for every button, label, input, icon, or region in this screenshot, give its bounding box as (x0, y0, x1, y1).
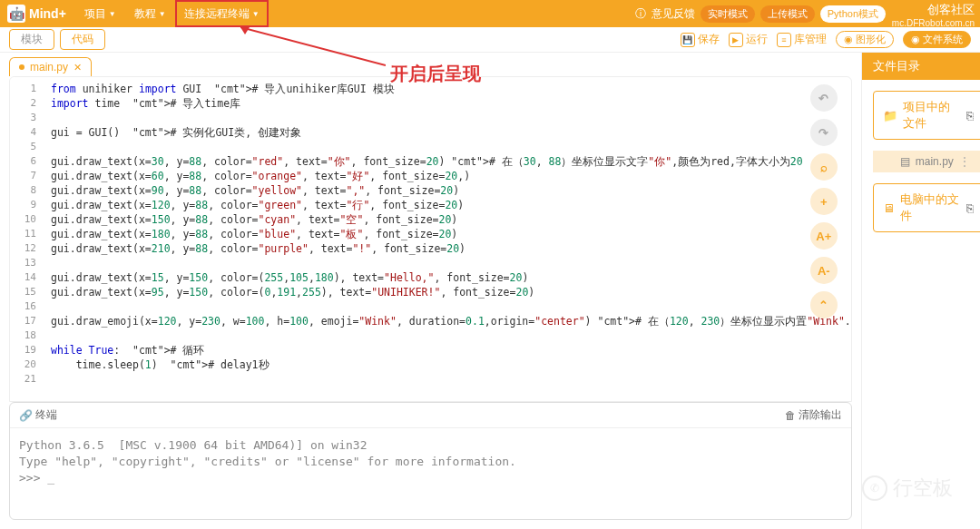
trash-icon: 🗑 (785, 409, 796, 422)
computer-files-section[interactable]: 🖥 电脑中的文件 ⎘≡ (873, 183, 980, 232)
new-file-icon[interactable]: ⎘ (966, 109, 974, 122)
project-files-section[interactable]: 📁 项目中的文件 ⎘≡ (873, 91, 980, 140)
file-tab-name: main.py (30, 61, 68, 73)
close-icon[interactable]: ✕ (74, 62, 82, 73)
file-tab-main[interactable]: main.py ✕ (9, 57, 92, 76)
file-icon: ▤ (900, 155, 910, 168)
left-panel: main.py ✕ 123456789101112131415161718192… (0, 53, 862, 529)
zoom-in-button[interactable]: + (810, 188, 838, 215)
line-gutter: 123456789101112131415161718192021 (10, 77, 42, 401)
svg-line-0 (240, 27, 386, 65)
logo: 🤖 Mind+ (7, 5, 66, 23)
code-content[interactable]: from unihiker import GUI "cmt"># 导入unihi… (42, 77, 851, 401)
graph-button[interactable]: ◉ 图形化 (836, 31, 894, 48)
file-dot-icon (19, 64, 24, 70)
feedback-icon: ⓘ (635, 6, 646, 22)
menu-project[interactable]: 项目▼ (75, 0, 125, 27)
font-inc-button[interactable]: A+ (810, 222, 838, 250)
upload-mode-button[interactable]: 上传模式 (760, 5, 815, 23)
svg-marker-1 (240, 27, 250, 34)
link-icon: 🔗 (19, 409, 33, 422)
collapse-button[interactable]: ⌃ (810, 291, 838, 318)
clear-output-button[interactable]: 🗑清除输出 (785, 407, 842, 423)
save-icon: 💾 (681, 33, 695, 47)
main: main.py ✕ 123456789101112131415161718192… (0, 53, 980, 529)
menu-tutorial[interactable]: 教程▼ (125, 0, 175, 27)
logo-icon: 🤖 (7, 5, 25, 23)
editor-side-buttons: ↶ ↷ ⌕ + A+ A- ⌃ (810, 84, 838, 318)
feedback-link[interactable]: 意见反馈 (652, 6, 695, 22)
wechat-icon: ✆ (862, 475, 887, 501)
font-dec-button[interactable]: A- (810, 257, 838, 284)
python-mode-button[interactable]: Python模式 (820, 5, 886, 23)
sidebar-header: 文件目录 ⟳ (862, 53, 980, 80)
logo-text: Mind+ (29, 6, 66, 21)
run-button[interactable]: ▶运行 (729, 32, 768, 47)
watermark: ✆ 行空板 (862, 475, 953, 502)
computer-icon: 🖥 (883, 201, 895, 215)
lib-icon: ≡ (777, 33, 791, 47)
search-button[interactable]: ⌕ (810, 153, 838, 181)
new-file-icon[interactable]: ⎘ (966, 201, 974, 215)
right-panel: 文件目录 ⟳ 📁 项目中的文件 ⎘≡ ▤ main.py ⋮ 🖥 电脑中的文件 … (862, 53, 980, 529)
toolbar: 模块 代码 💾保存 ▶运行 ≡库管理 ◉ 图形化 ◉ 文件系统 (0, 27, 980, 53)
terminal: 🔗 终端 🗑清除输出 Python 3.6.5 [MSC v.1900 64 b… (9, 402, 852, 520)
sidebar-title: 文件目录 (873, 58, 920, 74)
more-icon[interactable]: ⋮ (959, 155, 971, 168)
undo-button[interactable]: ↶ (810, 84, 838, 112)
topbar: 🤖 Mind+ 项目▼ 教程▼ 连接远程终端▼ ⓘ 意见反馈 实时模式 上传模式… (0, 0, 980, 27)
lib-button[interactable]: ≡库管理 (777, 32, 827, 47)
corner-link[interactable]: 创客社区 mc.DFRobot.com.cn (892, 2, 975, 28)
blocks-tab[interactable]: 模块 (9, 29, 54, 50)
play-icon: ▶ (729, 33, 743, 47)
filesys-button[interactable]: ◉ 文件系统 (903, 31, 971, 48)
save-button[interactable]: 💾保存 (681, 32, 720, 47)
code-tab[interactable]: 代码 (60, 29, 105, 50)
file-list-item[interactable]: ▤ main.py ⋮ (873, 151, 980, 172)
menu-connect-terminal[interactable]: 连接远程终端▼ (175, 0, 269, 27)
annotation-text: 开启后呈现 (390, 62, 481, 86)
annotation-arrow (240, 27, 386, 68)
terminal-header: 🔗 终端 🗑清除输出 (10, 403, 851, 428)
folder-icon: 📁 (883, 109, 897, 122)
terminal-title: 终端 (35, 407, 57, 423)
redo-button[interactable]: ↷ (810, 119, 838, 146)
code-editor[interactable]: 123456789101112131415161718192021 from u… (9, 76, 852, 402)
terminal-body[interactable]: Python 3.6.5 [MSC v.1900 64 bit AMD64)] … (10, 428, 851, 519)
realtime-mode-button[interactable]: 实时模式 (701, 5, 755, 23)
